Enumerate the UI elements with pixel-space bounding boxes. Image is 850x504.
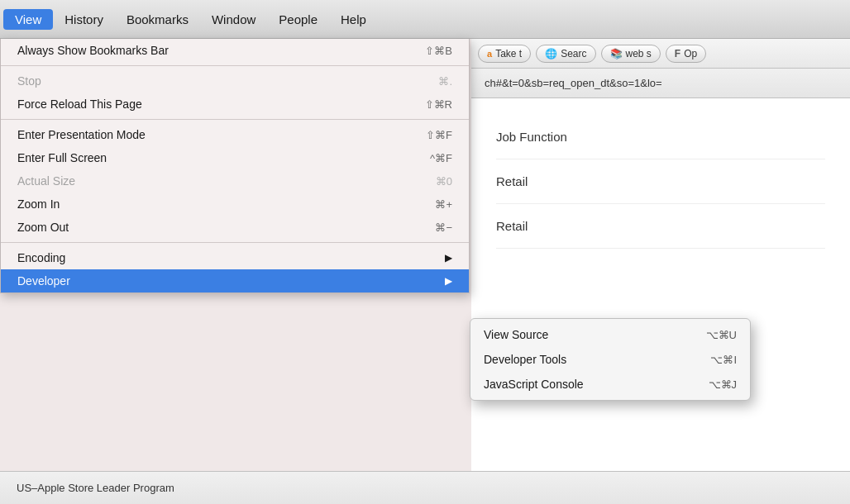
- bookmark-icon: F: [675, 48, 680, 59]
- submenu-item-label: Developer Tools: [484, 353, 566, 366]
- bookmark-icon: 📚: [610, 48, 623, 59]
- menu-view[interactable]: View: [3, 9, 53, 30]
- bookmark-label: Take t: [495, 48, 522, 59]
- bookmarks-bar: a Take t 🌐 Searc 📚 web s F Op: [471, 39, 850, 69]
- separator-3: [1, 242, 469, 243]
- menu-item-shortcut: ⌘0: [436, 175, 452, 188]
- bookmark-label: Op: [684, 48, 697, 59]
- menu-bar: View History Bookmarks Window People Hel…: [0, 0, 850, 39]
- menu-item-shortcut: ⌘+: [435, 198, 452, 211]
- menu-item-presentation[interactable]: Enter Presentation Mode ⇧⌘F: [1, 123, 469, 146]
- menu-item-label: Stop: [17, 74, 41, 88]
- menu-item-shortcut: ⇧⌘R: [425, 98, 452, 111]
- menu-item-shortcut: ⇧⌘B: [425, 45, 452, 57]
- submenu-item-shortcut: ⌥⌘U: [706, 329, 737, 341]
- menu-help[interactable]: Help: [329, 9, 378, 30]
- bookmark-op[interactable]: F Op: [666, 45, 706, 63]
- content-row-job-function: Job Function: [496, 115, 825, 159]
- address-bar: ch#&t=0&sb=req_open_dt&so=1&lo=: [471, 69, 850, 98]
- content-label: Retail: [496, 174, 528, 188]
- bookmark-search[interactable]: 🌐 Searc: [536, 45, 595, 63]
- address-text: ch#&t=0&sb=req_open_dt&so=1&lo=: [485, 77, 662, 89]
- separator-2: [1, 119, 469, 120]
- menu-item-zoom-in[interactable]: Zoom In ⌘+: [1, 193, 469, 216]
- bookmark-amazon[interactable]: a Take t: [478, 45, 531, 63]
- bookmark-icon: a: [487, 49, 492, 59]
- bookmark-icon: 🌐: [545, 48, 557, 59]
- menu-bookmarks[interactable]: Bookmarks: [115, 9, 200, 30]
- menu-item-label: Enter Full Screen: [17, 151, 107, 164]
- submenu-item-shortcut: ⌥⌘I: [710, 354, 737, 366]
- menu-item-label: Always Show Bookmarks Bar: [17, 44, 169, 57]
- menu-item-label: Actual Size: [17, 174, 75, 188]
- status-bar: US–Apple Store Leader Program: [0, 471, 850, 504]
- content-row-retail-1: Retail: [496, 159, 825, 204]
- submenu-item-shortcut: ⌥⌘J: [709, 378, 738, 391]
- content-label: Job Function: [496, 130, 567, 144]
- menu-item-label: Developer: [17, 274, 70, 288]
- separator-1: [1, 65, 469, 66]
- menu-history[interactable]: History: [53, 9, 115, 30]
- menu-window[interactable]: Window: [200, 9, 267, 30]
- bookmark-label: web s: [626, 48, 652, 59]
- menu-item-shortcut: ^⌘F: [430, 152, 452, 164]
- submenu-item-label: JavaScript Console: [484, 378, 584, 391]
- menu-item-label: Force Reload This Page: [17, 97, 142, 111]
- submenu-item-label: View Source: [484, 328, 548, 341]
- menu-people[interactable]: People: [267, 9, 329, 30]
- menu-item-label: Encoding: [17, 251, 65, 264]
- bookmark-label: Searc: [561, 48, 586, 59]
- menu-item-shortcut: ⌘.: [438, 75, 452, 88]
- menu-item-developer[interactable]: Developer ▶: [1, 269, 469, 292]
- menu-item-label: Zoom In: [17, 197, 60, 211]
- menu-item-encoding[interactable]: Encoding ▶: [1, 246, 469, 269]
- menu-item-fullscreen[interactable]: Enter Full Screen ^⌘F: [1, 146, 469, 169]
- content-area: Job Function Retail Retail: [471, 98, 850, 504]
- menu-item-shortcut: ⌘−: [435, 221, 452, 234]
- developer-submenu: View Source ⌥⌘U Developer Tools ⌥⌘I Java…: [470, 318, 751, 401]
- view-dropdown: Always Show Bookmarks Bar ⇧⌘B Stop ⌘. Fo…: [0, 39, 470, 293]
- status-text: US–Apple Store Leader Program: [17, 482, 174, 494]
- menu-item-actual-size[interactable]: Actual Size ⌘0: [1, 169, 469, 193]
- menu-item-label: Zoom Out: [17, 221, 69, 234]
- menu-item-stop[interactable]: Stop ⌘.: [1, 69, 469, 93]
- submenu-item-developer-tools[interactable]: Developer Tools ⌥⌘I: [470, 347, 750, 372]
- bookmark-web[interactable]: 📚 web s: [601, 45, 661, 63]
- content-row-retail-2: Retail: [496, 204, 825, 249]
- submenu-item-view-source[interactable]: View Source ⌥⌘U: [470, 322, 750, 347]
- menu-item-shortcut: ⇧⌘F: [426, 129, 452, 141]
- submenu-arrow-icon: ▶: [445, 275, 452, 287]
- menu-item-zoom-out[interactable]: Zoom Out ⌘−: [1, 216, 469, 239]
- menu-item-always-show-bookmarks[interactable]: Always Show Bookmarks Bar ⇧⌘B: [1, 39, 469, 62]
- menu-item-force-reload[interactable]: Force Reload This Page ⇧⌘R: [1, 93, 469, 116]
- content-label: Retail: [496, 219, 528, 233]
- submenu-item-javascript-console[interactable]: JavaScript Console ⌥⌘J: [470, 372, 750, 397]
- menu-item-label: Enter Presentation Mode: [17, 128, 146, 141]
- submenu-arrow-icon: ▶: [445, 252, 452, 264]
